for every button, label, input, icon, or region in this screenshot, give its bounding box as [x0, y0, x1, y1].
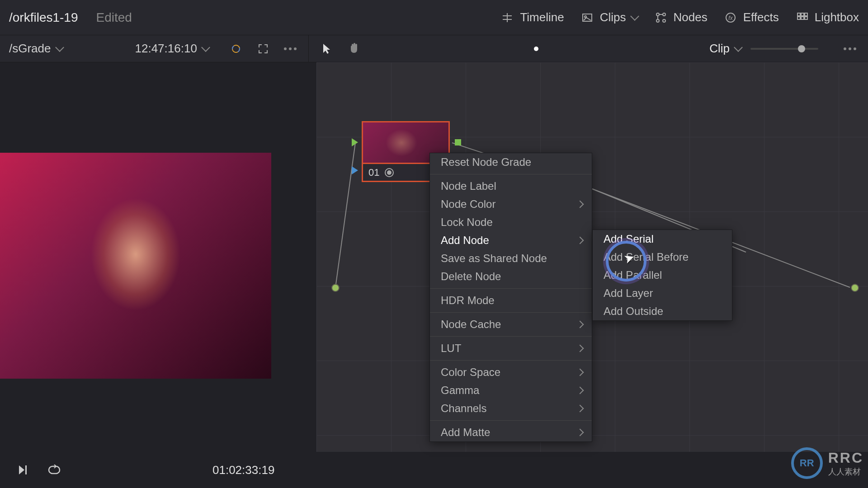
viewer-timecode[interactable]: 12:47:16:10	[135, 42, 197, 56]
menu-save-shared[interactable]: Save as Shared Node	[430, 249, 592, 267]
main-area: 01 Reset Node Grade Node Label Node Colo…	[0, 62, 868, 452]
dots-horizontal-icon	[284, 47, 297, 50]
next-frame-button[interactable]	[14, 461, 32, 479]
menu-add-node[interactable]: Add Node	[430, 231, 592, 249]
watermark: RR RRC 人人素材	[791, 447, 863, 479]
menu-divider	[430, 336, 592, 337]
submenu-add-outside[interactable]: Add Outside	[593, 302, 732, 320]
svg-point-6	[663, 13, 665, 16]
menu-hdr-mode[interactable]: HDR Mode	[430, 291, 592, 310]
project-name: /orkfiles1-19	[9, 10, 78, 25]
nodes-button[interactable]: Nodes	[654, 10, 708, 25]
watermark-logo-icon: RR	[791, 447, 823, 479]
transport-bar: 01:02:33:19	[0, 452, 868, 488]
svg-point-7	[656, 19, 659, 22]
add-node-submenu: Add Serial Add Serial Before Add Paralle…	[592, 230, 732, 321]
svg-rect-18	[805, 17, 807, 19]
loop-button[interactable]	[45, 461, 63, 479]
node-input-port[interactable]	[352, 138, 358, 146]
more-options-button[interactable]	[281, 40, 299, 58]
lightbox-label: Lightbox	[815, 10, 859, 24]
nodes-label: Nodes	[674, 10, 708, 24]
menu-node-cache[interactable]: Node Cache	[430, 315, 592, 333]
menu-divider	[430, 174, 592, 174]
graph-input-port[interactable]	[331, 284, 340, 292]
menu-divider	[430, 420, 592, 421]
watermark-sub: 人人素材	[828, 466, 863, 477]
svg-rect-13	[797, 13, 800, 16]
hand-tool[interactable]	[345, 40, 363, 58]
zoom-handle[interactable]	[798, 45, 805, 52]
chevron-down-icon[interactable]	[55, 43, 64, 52]
effects-icon: fx	[723, 10, 738, 25]
submenu-add-serial-before[interactable]: Add Serial Before	[593, 248, 732, 266]
nodes-icon	[654, 10, 668, 25]
menu-node-color[interactable]: Node Color	[430, 195, 592, 213]
clips-icon	[580, 10, 594, 25]
pointer-tool[interactable]	[318, 40, 336, 58]
svg-rect-14	[801, 13, 804, 16]
node-key-input-port[interactable]	[352, 166, 358, 174]
viewer-panel	[0, 62, 316, 452]
clip-dropdown[interactable]: Clip	[709, 42, 730, 56]
svg-rect-15	[805, 13, 807, 16]
svg-line-21	[335, 143, 355, 287]
menu-node-label[interactable]: Node Label	[430, 177, 592, 195]
menu-divider	[430, 360, 592, 361]
edit-status: Edited	[96, 10, 132, 25]
panel-options-button[interactable]	[841, 40, 859, 58]
grade-name[interactable]: /sGrade	[9, 42, 51, 56]
timeline-icon	[500, 10, 514, 25]
menu-gamma[interactable]: Gamma	[430, 381, 592, 399]
watermark-main: RRC	[828, 450, 863, 466]
svg-rect-25	[25, 465, 27, 474]
viewer-image[interactable]	[0, 153, 271, 379]
menu-reset-node-grade[interactable]: Reset Node Grade	[430, 153, 592, 171]
submenu-add-serial[interactable]: Add Serial	[593, 230, 732, 248]
node-context-menu: Reset Node Grade Node Label Node Color L…	[429, 153, 592, 442]
effects-button[interactable]: fx Effects	[723, 10, 779, 25]
lightbox-icon	[795, 10, 809, 25]
svg-rect-16	[797, 17, 800, 19]
menu-lock-node[interactable]: Lock Node	[430, 213, 592, 231]
menu-channels[interactable]: Channels	[430, 399, 592, 418]
node-graph[interactable]: 01 Reset Node Grade Node Label Node Colo…	[316, 62, 868, 452]
menu-lut[interactable]: LUT	[430, 339, 592, 357]
svg-point-5	[656, 13, 659, 16]
graph-output-port[interactable]	[851, 284, 859, 292]
divider	[308, 35, 309, 62]
dots-horizontal-icon	[844, 47, 856, 50]
menu-delete-node[interactable]: Delete Node	[430, 267, 592, 286]
submenu-add-layer[interactable]: Add Layer	[593, 284, 732, 302]
transport-timecode: 01:02:33:19	[212, 463, 274, 477]
svg-rect-17	[801, 17, 804, 19]
chevron-down-icon[interactable]	[734, 43, 743, 52]
node-output-port[interactable]	[455, 139, 461, 145]
lightbox-button[interactable]: Lightbox	[795, 10, 859, 25]
clips-label: Clips	[600, 10, 626, 24]
top-toolbar: /orkfiles1-19 Edited Timeline Clips Node…	[0, 0, 868, 35]
svg-text:fx: fx	[728, 15, 733, 21]
menu-color-space[interactable]: Color Space	[430, 363, 592, 381]
menu-divider	[430, 288, 592, 289]
color-picker-button[interactable]	[227, 40, 245, 58]
status-dot	[534, 47, 538, 51]
effects-label: Effects	[743, 10, 779, 24]
timeline-button[interactable]: Timeline	[500, 10, 564, 25]
timeline-label: Timeline	[520, 10, 564, 24]
chevron-down-icon[interactable]	[201, 43, 210, 52]
node-number: 01	[368, 167, 379, 178]
svg-point-8	[663, 19, 665, 22]
submenu-add-parallel[interactable]: Add Parallel	[593, 266, 732, 284]
menu-divider	[430, 312, 592, 313]
expand-button[interactable]	[254, 40, 272, 58]
menu-add-matte[interactable]: Add Matte	[430, 423, 592, 441]
chevron-down-icon	[630, 12, 639, 21]
clips-button[interactable]: Clips	[580, 10, 638, 25]
viewer-toolbar: /sGrade 12:47:16:10 Clip	[0, 35, 868, 62]
node-indicator-icon	[385, 168, 394, 177]
zoom-slider[interactable]	[750, 48, 818, 50]
